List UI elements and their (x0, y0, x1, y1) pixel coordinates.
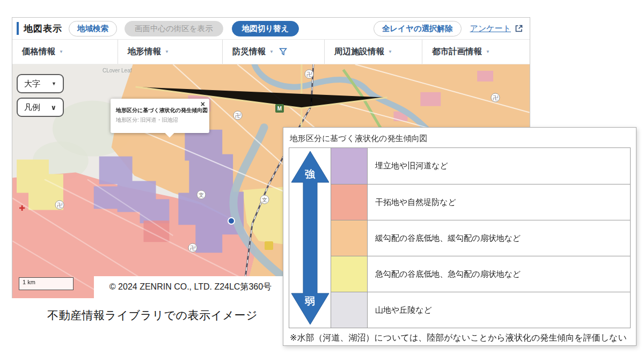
strong-label: 強 (289, 167, 331, 181)
page-title: 地図表示 (24, 23, 62, 35)
popup-title: 地形区分に基づく液状化の発生傾向図 (116, 107, 204, 114)
filter-funnel-icon[interactable] (279, 48, 287, 56)
map-symbol-文: 文 (260, 195, 269, 204)
legend-swatch (331, 220, 368, 256)
legend-swatch (331, 148, 368, 184)
legend-swatch (331, 256, 368, 292)
map-place-label: CLover Leaf (103, 68, 131, 73)
image-caption: 不動産情報ライブラリでの表示イメージ (47, 308, 258, 323)
screenshot-stage: 地図表示 地域検索 画面中心の街区を表示 地図切り替え 全レイヤの選択解除 アン… (0, 0, 644, 362)
layer-menubar: 価格情報 ▼ 地形情報 ▼ 防災情報 ▼ 周辺施設情報 ▼ 都市計画情報 ▼ (12, 40, 530, 64)
legend-swatch (331, 184, 368, 220)
menu-cityplan-info[interactable]: 都市計画情報 ▼ (422, 40, 530, 64)
close-icon[interactable]: × (201, 100, 205, 108)
legend-row-label: 干拓地や自然堤防など (368, 184, 630, 220)
chevron-down-icon: ▼ (59, 49, 63, 54)
chevron-down-icon: ∨ (50, 104, 56, 112)
map-info-popup: × 地形区分に基づく液状化の発生傾向図 地形区分: 旧河道・旧池沼 (111, 99, 209, 133)
legend-swatch (331, 292, 368, 328)
legend-row-label: 山地や丘陵など (368, 292, 630, 328)
strength-arrow-cell: 強 弱 (289, 148, 331, 328)
map-scalebar: 1 km (19, 277, 74, 290)
chevron-down-icon: ▼ (269, 49, 274, 54)
chevron-down-icon: ▼ (486, 49, 490, 54)
chevron-down-icon: ▼ (52, 81, 56, 86)
map-symbol-卍: 卍 (305, 70, 314, 79)
survey-link[interactable]: アンケート (470, 24, 511, 34)
chevron-down-icon: ▼ (388, 49, 392, 54)
map-symbol-卍: 卍 (233, 111, 243, 120)
legend-row-label: 緩勾配の谷底低地、緩勾配の扇状地など (368, 220, 630, 256)
center-block-button: 画面中心の街区を表示 (125, 21, 223, 36)
map-symbol-卍: 卍 (188, 243, 197, 253)
legend-row-label: 埋立地や旧河道など (368, 148, 630, 184)
weak-label: 弱 (289, 294, 331, 308)
map-symbol-卍: 卍 (55, 201, 64, 210)
map-symbol-✚: ✚ (19, 204, 25, 212)
deselect-layers-button[interactable]: 全レイヤの選択解除 (374, 21, 462, 36)
oaza-dropdown[interactable]: 大字 ▼ (17, 74, 64, 93)
legend-title: 地形区分に基づく液状化の発生傾向図 (290, 134, 631, 144)
menu-disaster-info[interactable]: 防災情報 ▼ (222, 40, 324, 64)
external-link-icon[interactable] (515, 24, 523, 33)
map-switch-button[interactable]: 地図切り替え (232, 21, 299, 36)
map-attribution: © 2024 ZENRIN CO., LTD. Z24LC第360号 (94, 276, 287, 298)
liquefaction-legend-panel: 地形区分に基づく液状化の発生傾向図 強 弱 埋立地や旧河道など 干拓地や自然堤防… (283, 127, 636, 346)
menu-terrain-info[interactable]: 地形情報 ▼ (118, 40, 222, 64)
menu-facility-info[interactable]: 周辺施設情報 ▼ (324, 40, 422, 64)
legend-row-label: 急勾配の谷底低地、急勾配の扇状地など (368, 256, 630, 292)
menu-price-info[interactable]: 価格情報 ▼ (12, 40, 118, 64)
area-search-button[interactable]: 地域検索 (69, 21, 117, 36)
title-accent-bar (17, 22, 19, 35)
map-symbol-M: M (275, 104, 284, 113)
map-symbol-文: 文 (197, 190, 206, 200)
toolbar: 地図表示 地域検索 画面中心の街区を表示 地図切り替え 全レイヤの選択解除 アン… (12, 18, 530, 40)
map-symbol-square (265, 241, 273, 250)
chevron-down-icon: ▼ (165, 49, 169, 54)
legend-table: 強 弱 埋立地や旧河道など 干拓地や自然堤防など 緩勾配の谷底低地、緩勾配の扇状… (289, 147, 631, 328)
legend-note: ※水部（河道、湖沼）については、陸部がないことから液状化の発生傾向を評価しない (290, 333, 631, 344)
map-symbol-dot (228, 217, 235, 225)
popup-subtitle: 地形区分: 旧河道・旧池沼 (116, 116, 204, 124)
map-symbol-卍: 卍 (491, 93, 500, 102)
legend-dropdown[interactable]: 凡例 ∨ (17, 98, 64, 117)
